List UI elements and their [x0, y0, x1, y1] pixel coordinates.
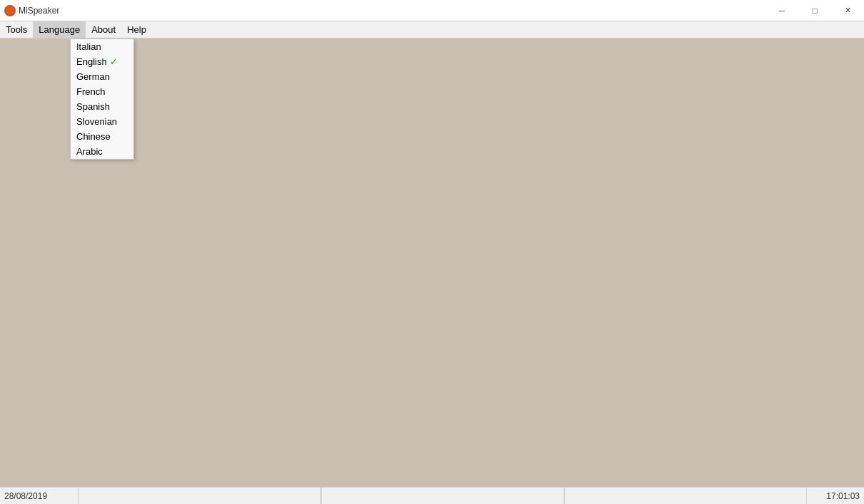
app-icon [4, 5, 16, 16]
maximize-button[interactable]: □ [798, 0, 831, 21]
status-panel-2 [321, 488, 564, 504]
title-bar-text: MiSpeaker [19, 6, 766, 16]
menu-item-tools[interactable]: Tools [0, 21, 33, 38]
status-panels [78, 488, 807, 504]
status-panel-3 [564, 488, 807, 504]
status-date: 28/08/2019 [0, 491, 78, 501]
language-item-slovenian[interactable]: Slovenian [71, 114, 133, 129]
title-bar-controls: ─ □ ✕ [766, 0, 864, 21]
menu-item-help[interactable]: Help [121, 21, 152, 38]
close-button[interactable]: ✕ [831, 0, 864, 21]
language-item-italian[interactable]: Italian [71, 39, 133, 54]
menu-bar: Tools Language About Help [0, 21, 864, 38]
language-dropdown: Italian English ✓ German French Spanish … [70, 38, 134, 160]
language-item-arabic[interactable]: Arabic [71, 144, 133, 159]
menu-item-about[interactable]: About [86, 21, 121, 38]
check-icon: ✓ [110, 56, 118, 67]
language-item-french[interactable]: French [71, 84, 133, 99]
menu-item-language[interactable]: Language [33, 21, 86, 38]
status-bar: 28/08/2019 17:01:03 [0, 487, 864, 504]
language-item-spanish[interactable]: Spanish [71, 99, 133, 114]
status-time: 17:01:03 [807, 491, 864, 501]
status-panel-1 [78, 488, 321, 504]
language-item-chinese[interactable]: Chinese [71, 129, 133, 144]
minimize-button[interactable]: ─ [766, 0, 798, 21]
language-item-german[interactable]: German [71, 69, 133, 84]
language-item-english[interactable]: English ✓ [71, 54, 133, 69]
title-bar: MiSpeaker ─ □ ✕ [0, 0, 864, 21]
